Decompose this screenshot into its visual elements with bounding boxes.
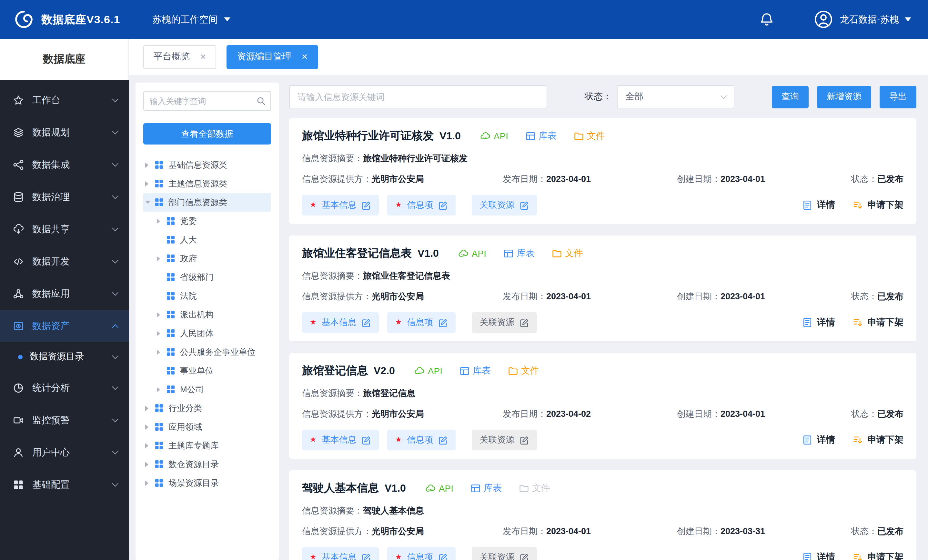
tab-resource-catalog-management[interactable]: 资源编目管理 × <box>227 45 318 69</box>
expand-arrow-icon[interactable] <box>157 349 160 354</box>
close-icon[interactable]: × <box>200 52 206 62</box>
basic-info-button[interactable]: ★基本信息 <box>302 430 379 450</box>
card-actions: ★基本信息 ★信息项 关联资源 详情 申请下架 <box>302 547 904 560</box>
tag-api: API <box>458 248 486 258</box>
tree-node[interactable]: 场景资源目录 <box>143 473 271 492</box>
resource-search-input[interactable] <box>290 92 546 102</box>
tree-node-selected[interactable]: 部门信息资源类 <box>143 193 271 212</box>
linked-resources-button[interactable]: 关联资源 <box>472 312 537 333</box>
linked-resources-button[interactable]: 关联资源 <box>472 195 537 215</box>
expand-arrow-icon[interactable] <box>157 331 160 336</box>
chevron-down-icon <box>112 192 118 199</box>
status-select[interactable]: 全部 <box>617 85 734 108</box>
table-icon <box>525 131 535 141</box>
tree-node[interactable]: 公共服务企事业单位 <box>143 343 271 361</box>
info-items-button[interactable]: ★信息项 <box>388 547 456 560</box>
sidebar-item-statistics[interactable]: 统计分析 <box>0 372 129 404</box>
sidebar-item-user-center[interactable]: 用户中心 <box>0 436 129 468</box>
collapse-arrow-icon[interactable] <box>145 201 150 204</box>
tree-node[interactable]: 人民团体 <box>143 324 271 343</box>
tree-search-input[interactable] <box>144 96 251 105</box>
tree-node[interactable]: 党委 <box>143 212 271 230</box>
tree-node[interactable]: 行业分类 <box>143 399 271 417</box>
request-offline-link[interactable]: 申请下架 <box>853 552 904 560</box>
cloud-api-icon <box>414 365 424 376</box>
tree-node[interactable]: 基础信息资源类 <box>143 156 271 174</box>
request-offline-link[interactable]: 申请下架 <box>853 199 904 211</box>
tab-platform-overview[interactable]: 平台概览 × <box>143 45 217 69</box>
tree-node[interactable]: M公司 <box>143 380 271 399</box>
table-icon <box>459 365 470 376</box>
tree-node[interactable]: 政府 <box>143 249 271 268</box>
tree-node[interactable]: 省级部门 <box>143 268 271 287</box>
status-value: 已发布 <box>877 526 904 536</box>
add-resource-button[interactable]: 新增资源 <box>817 85 871 108</box>
workspace-switcher[interactable]: 苏槐的工作空间 <box>152 13 230 26</box>
expand-arrow-icon[interactable] <box>145 162 148 168</box>
sidebar-item-workbench[interactable]: 工作台 <box>0 84 129 116</box>
detail-link[interactable]: 详情 <box>802 199 835 211</box>
sidebar-item-data-governance[interactable]: 数据治理 <box>0 181 129 213</box>
sidebar-item-data-application[interactable]: 数据应用 <box>0 278 129 310</box>
tree-node[interactable]: 法院 <box>143 287 271 305</box>
query-button[interactable]: 查询 <box>772 85 809 108</box>
export-button[interactable]: 导出 <box>879 85 916 108</box>
expand-arrow-icon[interactable] <box>157 387 160 392</box>
info-items-button[interactable]: ★信息项 <box>388 195 456 215</box>
create-date-value: 2023-04-01 <box>720 174 765 184</box>
expand-arrow-icon[interactable] <box>157 312 160 317</box>
sidebar-subitem-data-resource-catalog[interactable]: 数据资源目录 <box>0 342 129 372</box>
basic-info-button[interactable]: ★基本信息 <box>302 312 379 333</box>
sidebar-item-basic-config[interactable]: 基础配置 <box>0 468 129 500</box>
expand-arrow-icon[interactable] <box>157 256 160 261</box>
create-date-label: 创建日期： <box>677 409 720 419</box>
sidebar-item-data-integration[interactable]: 数据集成 <box>0 148 129 181</box>
bullet-dot-icon <box>18 354 23 359</box>
linked-resources-button[interactable]: 关联资源 <box>472 547 537 560</box>
publish-date-value: 2023-04-02 <box>546 409 591 419</box>
expand-arrow-icon[interactable] <box>145 406 148 410</box>
detail-link[interactable]: 详情 <box>802 552 835 560</box>
basic-info-button[interactable]: ★基本信息 <box>302 547 379 560</box>
expand-arrow-icon[interactable] <box>145 443 148 448</box>
sidebar-item-monitoring[interactable]: 监控预警 <box>0 404 129 436</box>
user-avatar-icon[interactable] <box>814 10 833 29</box>
tree-node[interactable]: 应用领域 <box>143 417 271 436</box>
expand-arrow-icon[interactable] <box>145 480 148 485</box>
sidebar-item-data-assets[interactable]: 数据资产 <box>0 310 129 342</box>
info-items-button[interactable]: ★信息项 <box>388 430 456 450</box>
search-icon[interactable] <box>251 92 270 110</box>
publish-date-label: 发布日期： <box>503 291 546 301</box>
create-date-label: 创建日期： <box>677 174 720 184</box>
linked-resources-button[interactable]: 关联资源 <box>472 430 537 450</box>
expand-arrow-icon[interactable] <box>145 462 148 467</box>
sidebar-item-data-sharing[interactable]: 数据共享 <box>0 213 129 245</box>
basic-info-button[interactable]: ★基本信息 <box>302 195 379 215</box>
expand-arrow-icon[interactable] <box>145 181 148 186</box>
tree-node[interactable]: 主题库专题库 <box>143 436 271 455</box>
category-grid-icon <box>166 235 176 244</box>
view-all-data-button[interactable]: 查看全部数据 <box>143 123 271 145</box>
tag-table: 库表 <box>459 365 491 377</box>
detail-link[interactable]: 详情 <box>802 434 835 446</box>
detail-document-icon <box>802 317 812 328</box>
close-icon[interactable]: × <box>302 52 308 62</box>
tree-node[interactable]: 人大 <box>143 230 271 249</box>
notifications-bell-icon[interactable] <box>760 12 774 26</box>
expand-arrow-icon[interactable] <box>145 424 148 429</box>
user-menu[interactable]: 龙石数据-苏槐 <box>839 13 911 26</box>
request-offline-link[interactable]: 申请下架 <box>853 434 904 446</box>
sidebar-item-data-development[interactable]: 数据开发 <box>0 245 129 278</box>
tree-node[interactable]: 主题信息资源类 <box>143 174 271 193</box>
request-offline-link[interactable]: 申请下架 <box>853 317 904 328</box>
resource-title: 旅馆登记信息 <box>302 363 368 378</box>
tree-node[interactable]: 派出机构 <box>143 305 271 324</box>
detail-link[interactable]: 详情 <box>802 317 835 328</box>
provider-value: 光明市公安局 <box>372 526 424 536</box>
summary-value: 驾驶人基本信息 <box>363 505 424 517</box>
sidebar-item-data-planning[interactable]: 数据规划 <box>0 116 129 148</box>
expand-arrow-icon[interactable] <box>157 218 160 224</box>
info-items-button[interactable]: ★信息项 <box>388 312 456 333</box>
tree-node[interactable]: 数仓资源目录 <box>143 455 271 473</box>
tree-node[interactable]: 事业单位 <box>143 361 271 380</box>
